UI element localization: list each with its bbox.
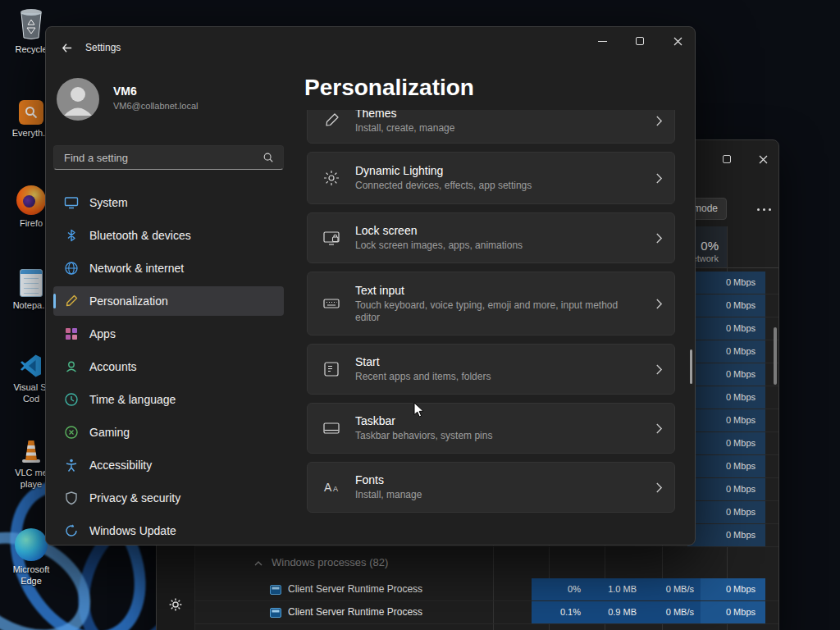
more-options-button[interactable] bbox=[754, 200, 774, 218]
card-dynamic-lighting[interactable]: Dynamic Lighting Connected devices, effe… bbox=[307, 152, 675, 204]
network-cell: 0 Mbps bbox=[701, 578, 765, 600]
account-profile[interactable]: VM6 VM6@collabnet.local bbox=[57, 78, 303, 124]
chevron-right-icon bbox=[655, 115, 663, 127]
card-subtitle: Touch keyboard, voice typing, emoji and … bbox=[355, 299, 644, 324]
vscode-icon bbox=[18, 353, 44, 379]
process-group-header[interactable]: Windows processes (82) bbox=[195, 547, 778, 578]
cpu-cell: 0% bbox=[532, 578, 587, 600]
paintbrush-icon bbox=[64, 294, 79, 308]
sidebar-item-system[interactable]: System bbox=[53, 188, 284, 217]
shield-icon bbox=[64, 491, 79, 505]
sidebar-item-privacy-security[interactable]: Privacy & security bbox=[53, 483, 284, 513]
tm-close-button[interactable] bbox=[744, 147, 779, 171]
card-fonts[interactable]: A A Fonts Install, manage bbox=[307, 462, 675, 513]
vlc-icon bbox=[17, 438, 45, 464]
edge-icon bbox=[15, 528, 48, 561]
process-name: Client Server Runtime Process bbox=[288, 601, 422, 623]
recycle-bin-icon bbox=[17, 7, 45, 41]
svg-text:A: A bbox=[324, 481, 332, 494]
disk-cell: 0 MB/s bbox=[643, 601, 701, 623]
minimize-button[interactable] bbox=[583, 27, 621, 55]
desktop-icon-label: playe bbox=[21, 478, 42, 490]
card-subtitle: Lock screen images, apps, animations bbox=[355, 240, 644, 252]
start-menu-icon bbox=[308, 360, 355, 378]
desktop-icon-label: Cod bbox=[23, 393, 39, 404]
card-start[interactable]: Start Recent apps and items, folders bbox=[307, 344, 675, 395]
find-a-setting-search bbox=[53, 145, 284, 170]
firefox-icon bbox=[16, 185, 46, 215]
settings-card-list: Themes Install, create, manage Dynamic L… bbox=[307, 110, 675, 540]
themes-brush-icon bbox=[308, 112, 355, 130]
tm-scrollbar-thumb[interactable] bbox=[774, 327, 777, 385]
maximize-button[interactable] bbox=[621, 27, 659, 55]
sidebar-item-bluetooth-devices[interactable]: Bluetooth & devices bbox=[53, 221, 284, 250]
card-lock-screen[interactable]: Lock screen Lock screen images, apps, an… bbox=[307, 212, 675, 263]
card-text-input[interactable]: Text input Touch keyboard, voice typing,… bbox=[307, 272, 675, 336]
chevron-up-icon bbox=[254, 560, 262, 567]
back-arrow-icon bbox=[61, 42, 73, 54]
back-button[interactable] bbox=[54, 37, 79, 58]
search-icon[interactable] bbox=[262, 152, 274, 163]
close-icon bbox=[673, 37, 682, 46]
chevron-right-icon bbox=[655, 422, 663, 435]
process-row[interactable]: Client Server Runtime Process 0% 1.0 MB … bbox=[195, 578, 778, 601]
desktop-icon-label: Edge bbox=[21, 575, 42, 587]
desktop-icon-label: Notepa... bbox=[13, 299, 50, 311]
gear-icon bbox=[167, 596, 184, 613]
user-domain: VM6@collabnet.local bbox=[113, 101, 199, 111]
cpu-cell: 0.1% bbox=[532, 601, 587, 623]
memory-cell: 0.9 MB bbox=[587, 601, 643, 623]
process-name: Client Server Runtime Process bbox=[288, 578, 422, 600]
maximize-icon bbox=[723, 155, 731, 163]
desktop-icon-label: Microsoft bbox=[13, 564, 50, 575]
update-arrows-icon bbox=[64, 523, 79, 538]
fonts-icon: A A bbox=[308, 478, 355, 496]
process-icon bbox=[270, 608, 281, 618]
sidebar-item-personalization[interactable]: Personalization bbox=[53, 286, 284, 316]
settings-scrollbar-thumb[interactable] bbox=[690, 349, 692, 384]
xbox-icon bbox=[64, 425, 79, 440]
card-title: Taskbar bbox=[355, 414, 649, 427]
sidebar-item-windows-update[interactable]: Windows Update bbox=[53, 516, 284, 546]
accounts-person-icon bbox=[64, 359, 79, 374]
notepad-icon bbox=[20, 269, 43, 297]
chevron-right-icon bbox=[655, 298, 663, 310]
close-button[interactable] bbox=[659, 27, 696, 55]
process-icon bbox=[270, 585, 281, 595]
sidebar-item-apps[interactable]: Apps bbox=[53, 319, 284, 349]
system-icon bbox=[64, 195, 79, 210]
sidebar-item-time-language[interactable]: Time & language bbox=[53, 385, 284, 414]
sidebar-item-gaming[interactable]: Gaming bbox=[53, 418, 284, 447]
search-input[interactable] bbox=[54, 152, 262, 164]
dynamic-lighting-icon bbox=[308, 169, 355, 187]
chevron-right-icon bbox=[655, 482, 663, 494]
chevron-right-icon bbox=[655, 232, 663, 244]
card-subtitle: Recent apps and items, folders bbox=[355, 371, 644, 383]
everything-icon bbox=[19, 100, 43, 125]
card-taskbar[interactable]: Taskbar Taskbar behaviors, system pins bbox=[307, 403, 675, 454]
more-options-icon bbox=[757, 208, 760, 211]
card-title: Lock screen bbox=[355, 224, 649, 237]
mouse-cursor bbox=[413, 402, 425, 418]
card-subtitle: Install, create, manage bbox=[355, 122, 644, 135]
group-header-label: Windows processes (82) bbox=[272, 547, 388, 578]
memory-cell: 1.0 MB bbox=[587, 578, 643, 600]
card-themes[interactable]: Themes Install, create, manage bbox=[307, 110, 675, 144]
sidebar-item-accounts[interactable]: Accounts bbox=[53, 352, 284, 381]
clock-icon bbox=[64, 392, 79, 407]
selection-indicator bbox=[53, 294, 56, 308]
bluetooth-icon bbox=[64, 228, 79, 243]
settings-gear-button[interactable] bbox=[167, 596, 184, 616]
window-title: Settings bbox=[85, 42, 121, 53]
minimize-icon bbox=[598, 41, 607, 42]
process-row[interactable]: Client Server Runtime Process 0.1% 0.9 M… bbox=[195, 601, 778, 624]
card-subtitle: Install, manage bbox=[355, 489, 644, 501]
tm-maximize-button[interactable] bbox=[708, 147, 746, 171]
sidebar-item-network-internet[interactable]: Network & internet bbox=[53, 253, 284, 283]
sidebar-item-accessibility[interactable]: Accessibility bbox=[53, 450, 284, 480]
maximize-icon bbox=[636, 37, 644, 45]
person-icon bbox=[57, 78, 99, 121]
chevron-right-icon bbox=[655, 172, 663, 185]
close-icon bbox=[759, 155, 768, 164]
globe-icon bbox=[64, 261, 79, 276]
